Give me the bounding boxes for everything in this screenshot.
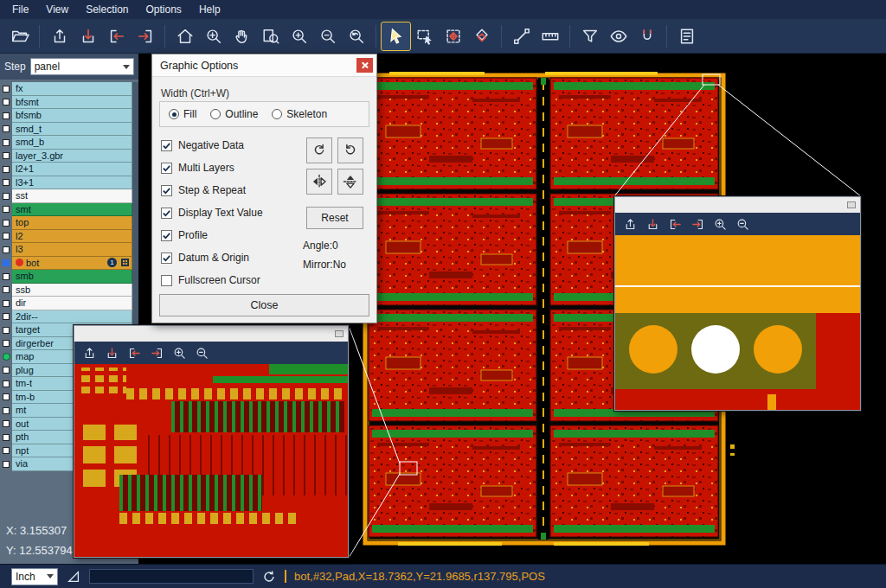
menu-item-selection[interactable]: Selection xyxy=(77,1,137,18)
radio-fill[interactable]: Fill xyxy=(169,108,196,120)
step-back-button[interactable] xyxy=(102,22,131,50)
layer-row-dir[interactable]: dir xyxy=(0,297,132,310)
rotate-ccw-button[interactable] xyxy=(337,137,363,163)
import-step-button[interactable] xyxy=(619,214,641,234)
layer-visibility-checkbox[interactable] xyxy=(3,220,10,227)
unit-select[interactable]: Inch xyxy=(11,568,58,585)
layer-visibility-checkbox[interactable] xyxy=(3,179,10,186)
zoom-out-button[interactable] xyxy=(731,214,754,234)
layer-row-fx[interactable]: fx xyxy=(0,82,132,96)
menu-item-help[interactable]: Help xyxy=(190,1,229,18)
home-button[interactable] xyxy=(170,22,199,50)
checkbox-multi-layers[interactable]: Multi Layers xyxy=(161,157,263,179)
pan-button[interactable] xyxy=(228,22,256,50)
layer-visibility-checkbox[interactable] xyxy=(3,380,10,387)
checkbox-negative-data[interactable]: Negative Data xyxy=(161,134,263,157)
magnifier2-view[interactable] xyxy=(615,235,860,410)
layer-visibility-checkbox[interactable] xyxy=(3,273,10,280)
menu-item-view[interactable]: View xyxy=(37,1,77,18)
magnifier1-view[interactable] xyxy=(74,364,348,557)
menu-item-file[interactable]: File xyxy=(3,1,37,18)
checkbox-fullscreen-cursor[interactable]: Fullscreen Cursor xyxy=(161,269,263,291)
layer-visibility-checkbox[interactable] xyxy=(3,407,10,414)
transform-button[interactable] xyxy=(439,22,467,50)
layer-row-l3-1[interactable]: l3+1 xyxy=(0,176,132,190)
layer-visibility-checkbox[interactable] xyxy=(3,112,10,119)
layer-visibility-checkbox[interactable] xyxy=(3,125,10,132)
layer-row-ssb[interactable]: ssb xyxy=(0,284,132,297)
layer-visibility-checkbox[interactable] xyxy=(3,420,10,427)
zoom-in-button[interactable] xyxy=(168,342,190,363)
layer-visibility-checkbox[interactable] xyxy=(3,313,10,320)
layer-row-l2-1[interactable]: l2+1 xyxy=(0,163,132,176)
zoom-in-button[interactable] xyxy=(285,22,313,50)
window-restore-icon[interactable] xyxy=(335,330,343,337)
layer-row-smd-t[interactable]: smd_t xyxy=(0,123,132,137)
zoom-out-button[interactable] xyxy=(190,342,213,363)
magnifier2-titlebar[interactable] xyxy=(615,197,860,213)
layer-row-layer-3-gbr[interactable]: layer_3.gbr xyxy=(0,150,132,163)
checkbox-datum-origin[interactable]: Datum & Origin xyxy=(161,246,263,269)
marquee-select-button[interactable] xyxy=(410,22,439,50)
magnifier1-titlebar[interactable] xyxy=(74,326,348,342)
layer-visibility-checkbox[interactable] xyxy=(3,286,10,293)
layer-visibility-checkbox[interactable] xyxy=(3,327,10,334)
export-step-button[interactable] xyxy=(641,214,664,234)
zoom-out-button[interactable] xyxy=(313,22,342,50)
step-select[interactable]: panel xyxy=(30,58,134,75)
zoom-select-button[interactable] xyxy=(199,22,228,50)
layer-visibility-checkbox[interactable] xyxy=(3,447,10,454)
zoom-in-button[interactable] xyxy=(709,214,731,234)
layer-visibility-checkbox[interactable] xyxy=(3,166,10,173)
radio-skeleton[interactable]: Skeleton xyxy=(272,108,327,120)
layer-visibility-checkbox[interactable] xyxy=(3,206,10,213)
checkbox-profile[interactable]: Profile xyxy=(161,224,263,246)
step-forward-button[interactable] xyxy=(145,342,168,363)
layer-row-smt[interactable]: smt xyxy=(0,203,132,217)
filter-button[interactable] xyxy=(575,22,604,50)
menu-item-options[interactable]: Options xyxy=(138,1,190,18)
layer-row-bfsmb[interactable]: bfsmb xyxy=(0,109,132,123)
layer-visibility-checkbox[interactable] xyxy=(3,139,10,146)
layer-row-l3[interactable]: l3 xyxy=(0,243,132,257)
layer-visibility-checkbox[interactable] xyxy=(3,393,10,400)
rotate-cw-button[interactable] xyxy=(306,137,332,163)
checkbox-display-text-value[interactable]: Display Text Value xyxy=(161,201,263,224)
magnifier-window-1[interactable] xyxy=(74,325,349,558)
layer-row-l2[interactable]: l2 xyxy=(0,230,132,244)
mirror-vertical-button[interactable] xyxy=(337,169,363,195)
mirror-horizontal-button[interactable] xyxy=(306,169,332,195)
open-folder-button[interactable] xyxy=(5,22,34,50)
layer-row-smd-b[interactable]: smd_b xyxy=(0,136,132,150)
step-back-button[interactable] xyxy=(664,214,686,234)
zoom-area-button[interactable] xyxy=(256,22,285,50)
step-forward-button[interactable] xyxy=(686,214,709,234)
zoom-previous-button[interactable] xyxy=(342,22,370,50)
layer-row-smb[interactable]: smb xyxy=(0,270,132,284)
measure-line-button[interactable] xyxy=(507,22,536,50)
layer-row-bot[interactable]: bot1 xyxy=(0,257,132,271)
layer-visibility-checkbox[interactable] xyxy=(3,300,10,307)
step-forward-button[interactable] xyxy=(131,22,159,50)
layer-row-sst[interactable]: sst xyxy=(0,189,132,203)
checkbox-step-repeat[interactable]: Step & Repeat xyxy=(161,179,263,201)
layer-visibility-checkbox[interactable] xyxy=(3,86,10,93)
layer-visibility-checkbox[interactable] xyxy=(3,193,10,200)
dialog-titlebar[interactable]: Graphic Options xyxy=(152,54,376,77)
import-step-button[interactable] xyxy=(78,342,100,363)
refresh-icon[interactable] xyxy=(261,569,277,585)
report-button[interactable] xyxy=(672,22,701,50)
reset-button[interactable]: Reset xyxy=(306,207,363,229)
layer-visibility-checkbox[interactable] xyxy=(3,99,10,105)
step-back-button[interactable] xyxy=(123,342,145,363)
layer-visibility-checkbox[interactable] xyxy=(3,152,10,159)
layer-visibility-checkbox[interactable] xyxy=(3,246,10,253)
export-step-button[interactable] xyxy=(100,342,123,363)
visibility-button[interactable] xyxy=(604,22,632,50)
layer-row-2dir[interactable]: 2dir-- xyxy=(0,310,132,324)
layer-visibility-checkbox[interactable] xyxy=(3,461,10,468)
layers-snap-button[interactable] xyxy=(467,22,496,50)
layer-visibility-checkbox[interactable] xyxy=(3,340,10,347)
magnifier-window-2[interactable] xyxy=(614,196,861,411)
layer-visibility-checkbox[interactable] xyxy=(3,233,10,240)
